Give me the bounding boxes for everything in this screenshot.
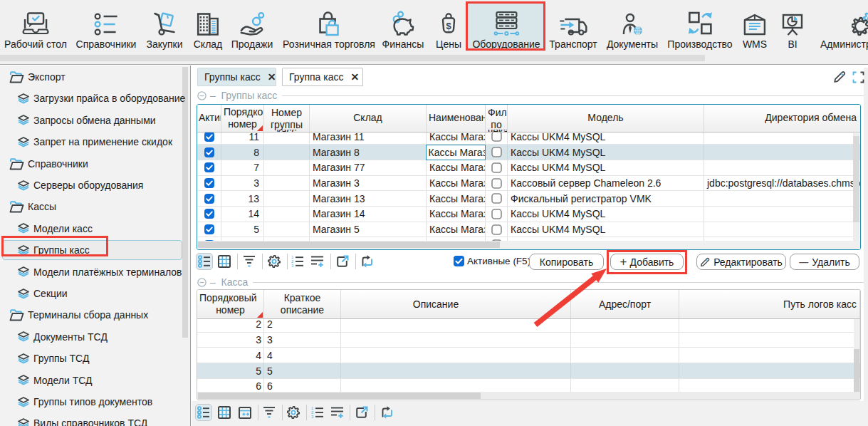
svg-text:3: 3: [291, 264, 294, 268]
svg-text:$: $: [446, 21, 451, 31]
svg-text:3: 3: [311, 415, 314, 419]
